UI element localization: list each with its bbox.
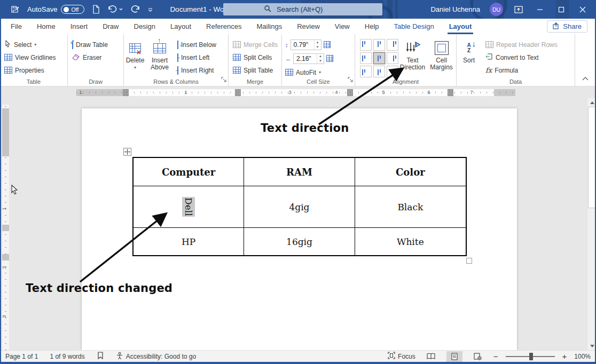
ribbon-display-options-icon[interactable] <box>513 4 524 15</box>
align-top-left-button[interactable] <box>360 39 372 51</box>
user-name[interactable]: Daniel Uchenna <box>430 5 480 13</box>
table-header-cell[interactable]: Computer <box>134 158 244 186</box>
collapse-ribbon-icon[interactable] <box>582 73 589 83</box>
tab-references[interactable]: References <box>199 19 249 34</box>
spinner[interactable]: ▲▼ <box>317 54 324 64</box>
tab-table-design[interactable]: Table Design <box>387 19 442 34</box>
table-cell[interactable]: HP <box>134 228 244 255</box>
save-icon[interactable] <box>11 5 20 14</box>
table-cell[interactable]: Black <box>355 186 466 228</box>
split-table-button[interactable]: Split Table <box>229 64 281 76</box>
tab-insert[interactable]: Insert <box>63 19 96 34</box>
share-button[interactable]: Share <box>547 20 587 33</box>
read-mode-button[interactable] <box>423 351 439 362</box>
word-count[interactable]: 1 of 9 words <box>50 353 84 360</box>
tab-help[interactable]: Help <box>357 19 387 34</box>
table-cell-rotated[interactable]: Dell <box>134 186 244 228</box>
tab-table-layout[interactable]: Layout <box>442 19 480 34</box>
properties-button[interactable]: Properties <box>0 64 67 76</box>
tab-home[interactable]: Home <box>29 19 63 34</box>
align-center-button[interactable] <box>373 52 385 64</box>
text-direction-button[interactable]: Text Direction <box>398 34 427 83</box>
tab-draw[interactable]: Draw <box>95 19 126 34</box>
zoom-level[interactable]: 100% <box>574 353 591 360</box>
undo-button[interactable] <box>107 5 123 14</box>
document-page[interactable]: Computer RAM Color Dell 4gig Black HP 16… <box>82 108 517 350</box>
table-cell[interactable]: 16gig <box>244 228 355 255</box>
row-height-input[interactable]: 0.79"▲▼ <box>291 39 321 50</box>
tab-view[interactable]: View <box>327 19 357 34</box>
scrollbar-thumb[interactable] <box>588 107 595 208</box>
table-resize-handle[interactable] <box>466 258 472 264</box>
align-top-right-button[interactable] <box>387 39 398 51</box>
sort-button[interactable]: AZ ↓ Sort <box>457 34 481 83</box>
spinner[interactable]: ▲▼ <box>314 40 321 50</box>
tab-file[interactable]: File <box>3 19 29 34</box>
zoom-out-button[interactable]: − <box>493 352 498 361</box>
tab-review[interactable]: Review <box>289 19 327 34</box>
proofing-icon[interactable] <box>97 352 104 361</box>
cell-margins-button[interactable]: Cell Margins <box>427 34 456 83</box>
tab-design[interactable]: Design <box>127 19 163 34</box>
table-header-cell[interactable]: RAM <box>244 158 355 186</box>
minimize-button[interactable] <box>534 4 546 15</box>
table-move-handle[interactable] <box>123 148 131 156</box>
align-bottom-left-button[interactable] <box>360 66 372 77</box>
zoom-slider[interactable] <box>506 356 555 357</box>
table-column-marker[interactable] <box>123 89 129 96</box>
table-column-marker[interactable] <box>235 89 241 96</box>
page-indicator[interactable]: Page 1 of 1 <box>5 353 38 360</box>
draw-table-button[interactable]: Draw Table <box>68 38 123 51</box>
print-layout-button[interactable] <box>446 351 462 362</box>
table-row-marker[interactable] <box>2 254 9 260</box>
eraser-button[interactable]: Eraser <box>68 51 123 64</box>
dialog-launcher-icon[interactable] <box>221 75 226 84</box>
align-top-center-button[interactable] <box>373 39 385 51</box>
formula-button[interactable]: fxFormula <box>481 64 558 76</box>
zoom-slider-thumb[interactable] <box>529 353 533 360</box>
focus-button[interactable]: Focus <box>388 352 415 361</box>
autosave-toggle[interactable]: AutoSave Off <box>27 5 84 14</box>
avatar[interactable]: DU <box>490 3 503 16</box>
tab-layout[interactable]: Layout <box>163 19 199 34</box>
word-table[interactable]: Computer RAM Color Dell 4gig Black HP 16… <box>132 157 467 256</box>
table-cell[interactable]: 4gig <box>244 186 355 228</box>
table-column-marker[interactable] <box>448 89 453 96</box>
table-header-cell[interactable]: Color <box>355 158 466 186</box>
delete-button[interactable]: × Delete ▾ <box>124 34 146 83</box>
convert-to-text-button[interactable]: Convert to Text <box>481 51 558 64</box>
horizontal-ruler[interactable]: 1 1 3 4 5 6 7 <box>76 89 515 96</box>
customize-qat-icon[interactable] <box>148 7 153 12</box>
table-row-marker[interactable] <box>2 225 9 231</box>
rotated-selected-text[interactable]: Dell <box>182 197 195 217</box>
select-button[interactable]: Select▾ <box>0 38 67 51</box>
vertical-ruler[interactable]: 1 2 3 <box>2 105 9 350</box>
align-bottom-center-button[interactable] <box>373 66 385 77</box>
column-width-input[interactable]: 2.16"▲▼ <box>293 53 324 64</box>
accessibility-status[interactable]: Accessibility: Good to go <box>116 352 196 361</box>
autofit-button[interactable]: AutoFit▾ <box>282 66 355 78</box>
search-input[interactable]: Search (Alt+Q) <box>223 3 382 15</box>
tab-mailings[interactable]: Mailings <box>249 19 290 34</box>
align-center-right-button[interactable] <box>387 52 398 64</box>
table-cell[interactable]: White <box>355 228 466 255</box>
insert-right-button[interactable]: →Insert Right <box>173 64 216 76</box>
view-gridlines-button[interactable]: View Gridlines <box>0 51 67 64</box>
split-cells-button[interactable]: Split Cells <box>229 51 281 64</box>
new-document-icon[interactable] <box>92 5 100 14</box>
redo-button[interactable] <box>130 5 140 14</box>
dialog-launcher-icon[interactable] <box>348 75 353 84</box>
insert-above-button[interactable]: ↑ Insert Above <box>146 34 173 83</box>
web-layout-button[interactable] <box>470 351 486 362</box>
autosave-pill[interactable]: Off <box>61 5 84 14</box>
maximize-button[interactable] <box>555 4 567 15</box>
align-center-left-button[interactable] <box>360 52 372 64</box>
zoom-in-button[interactable]: + <box>562 352 567 361</box>
insert-left-button[interactable]: ←Insert Left <box>173 51 216 64</box>
close-button[interactable] <box>577 4 589 15</box>
distribute-rows-icon[interactable] <box>324 41 331 48</box>
distribute-columns-icon[interactable] <box>326 55 333 62</box>
table-column-marker[interactable] <box>347 89 353 96</box>
insert-below-button[interactable]: ↓Insert Below <box>173 38 216 51</box>
align-bottom-right-button[interactable] <box>387 66 398 77</box>
